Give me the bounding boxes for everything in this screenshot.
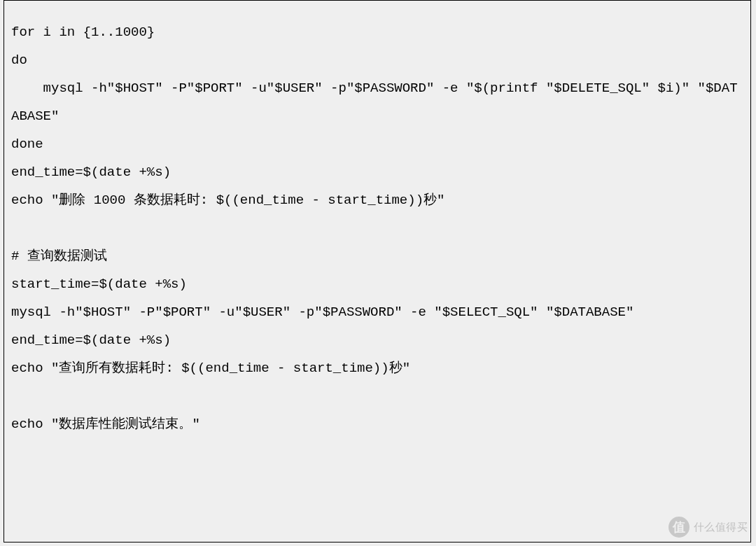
code-block: for i in {1..1000} do mysql -h"$HOST" -P… [4,14,750,445]
code-frame: for i in {1..1000} do mysql -h"$HOST" -P… [4,0,751,542]
watermark: 值 什么值得买 [668,517,748,538]
watermark-badge-icon: 值 [668,517,690,538]
watermark-text: 什么值得买 [694,521,748,534]
